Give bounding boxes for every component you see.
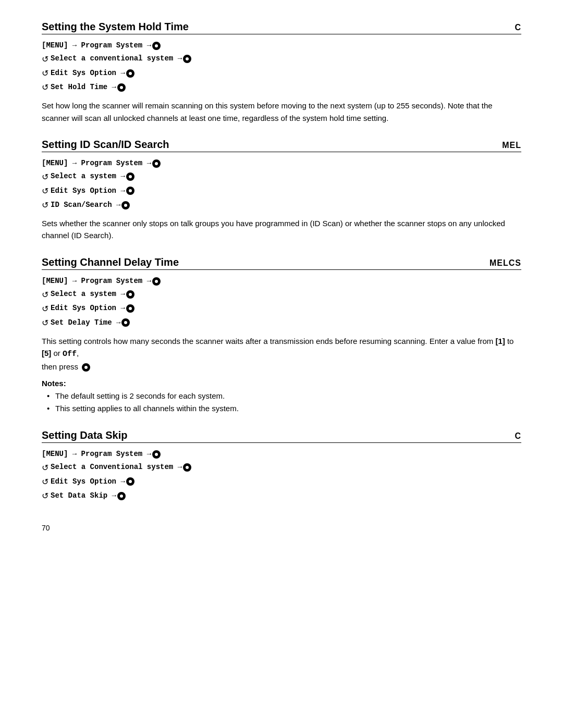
rotate-icon: ↺: [42, 170, 48, 184]
section-title-hold-time: Setting the System Hold Time: [42, 21, 189, 33]
knob-icon: [126, 187, 134, 195]
nav-block-id-scan: [MENU] → Program System → ↺ Select a sys…: [42, 157, 521, 212]
rotate-icon: ↺: [42, 52, 48, 66]
nav-text: [MENU] → Program System →: [42, 448, 151, 461]
off-value: Off: [63, 350, 77, 359]
note-item: This setting applies to all channels wit…: [47, 402, 521, 415]
section-id-scan: Setting ID Scan/ID Search MEL [MENU] → P…: [42, 139, 521, 242]
nav-text: Edit Sys Option →: [51, 476, 125, 488]
section-header-channel-delay: Setting Channel Delay Time MELCS: [42, 256, 521, 270]
section-data-skip: Setting Data Skip C [MENU] → Program Sys…: [42, 429, 521, 503]
knob-icon: [152, 450, 161, 459]
knob-icon: [183, 463, 191, 472]
nav-text: Set Hold Time →: [51, 81, 116, 94]
nav-text: Select a conventional system →: [51, 53, 182, 65]
section-title-channel-delay: Setting Channel Delay Time: [42, 256, 179, 268]
nav-text: Edit Sys Option →: [51, 185, 125, 198]
nav-text: Select a system →: [51, 170, 125, 183]
nav-block-channel-delay: [MENU] → Program System → ↺ Select a sys…: [42, 275, 521, 330]
nav-text: Set Delay Time →: [51, 317, 120, 329]
bold-5: [5]: [42, 349, 51, 357]
rotate-icon: ↺: [42, 489, 48, 503]
nav-text: Set Data Skip →: [51, 490, 116, 502]
section-tag-hold-time: C: [515, 23, 521, 32]
knob-icon: [117, 492, 126, 500]
knob-icon: [126, 477, 134, 486]
knob-icon: [126, 290, 134, 299]
body-text-channel-delay: This setting controls how many seconds t…: [42, 335, 521, 373]
section-tag-channel-delay: MELCS: [489, 258, 521, 268]
rotate-icon: ↺: [42, 461, 48, 475]
section-title-data-skip: Setting Data Skip: [42, 429, 127, 441]
rotate-icon: ↺: [42, 80, 48, 94]
nav-text: [MENU] → Program System →: [42, 40, 151, 52]
notes-section-channel-delay: Notes: The default setting is 2 seconds …: [42, 379, 521, 415]
section-header-data-skip: Setting Data Skip C: [42, 429, 521, 443]
nav-line-3: ↺ Edit Sys Option →: [42, 475, 521, 489]
section-header-id-scan: Setting ID Scan/ID Search MEL: [42, 139, 521, 152]
rotate-icon: ↺: [42, 475, 48, 489]
rotate-icon: ↺: [42, 302, 48, 316]
nav-block-hold-time: [MENU] → Program System → ↺ Select a con…: [42, 40, 521, 94]
section-channel-delay: Setting Channel Delay Time MELCS [MENU] …: [42, 256, 521, 415]
section-tag-id-scan: MEL: [502, 141, 521, 150]
section-hold-time: Setting the System Hold Time C [MENU] → …: [42, 21, 521, 124]
knob-icon: [121, 318, 130, 327]
rotate-icon: ↺: [42, 288, 48, 302]
rotate-icon: ↺: [42, 66, 48, 80]
knob-icon: [152, 42, 161, 50]
page-number: 70: [42, 524, 521, 532]
bold-1: [1]: [495, 337, 505, 346]
nav-line-1: [MENU] → Program System →: [42, 157, 521, 170]
nav-text: [MENU] → Program System →: [42, 275, 151, 288]
note-item: The default setting is 2 seconds for eac…: [47, 390, 521, 402]
nav-line-2: ↺ Select a system →: [42, 170, 521, 184]
nav-text: Select a Conventional system →: [51, 461, 182, 474]
nav-text: ID Scan/Search →: [51, 199, 120, 212]
nav-line-1: [MENU] → Program System →: [42, 448, 521, 461]
nav-line-1: [MENU] → Program System →: [42, 275, 521, 288]
rotate-icon: ↺: [42, 316, 48, 330]
nav-line-2: ↺ Select a conventional system →: [42, 52, 521, 66]
knob-icon: [183, 55, 191, 63]
nav-text: Edit Sys Option →: [51, 67, 125, 80]
nav-text: [MENU] → Program System →: [42, 157, 151, 170]
nav-line-4: ↺ ID Scan/Search →: [42, 198, 521, 212]
nav-text: Select a system →: [51, 288, 125, 301]
nav-line-3: ↺ Edit Sys Option →: [42, 302, 521, 316]
nav-line-3: ↺ Edit Sys Option →: [42, 184, 521, 198]
body-text-id-scan: Sets whether the scanner only stops on t…: [42, 217, 521, 242]
knob-icon: [152, 159, 161, 168]
nav-line-4: ↺ Set Hold Time →: [42, 80, 521, 94]
nav-line-1: [MENU] → Program System →: [42, 40, 521, 52]
section-header-hold-time: Setting the System Hold Time C: [42, 21, 521, 34]
nav-line-4: ↺ Set Delay Time →: [42, 316, 521, 330]
nav-line-2: ↺ Select a Conventional system →: [42, 461, 521, 475]
nav-text: Edit Sys Option →: [51, 302, 125, 315]
knob-icon: [126, 69, 134, 78]
notes-label: Notes:: [42, 379, 521, 388]
nav-line-2: ↺ Select a system →: [42, 288, 521, 302]
nav-block-data-skip: [MENU] → Program System → ↺ Select a Con…: [42, 448, 521, 503]
rotate-icon: ↺: [42, 198, 48, 212]
knob-icon: [152, 277, 161, 286]
knob-icon: [126, 304, 134, 313]
knob-inline: [82, 363, 90, 372]
section-title-id-scan: Setting ID Scan/ID Search: [42, 139, 169, 151]
knob-icon: [117, 83, 126, 92]
rotate-icon: ↺: [42, 184, 48, 198]
nav-line-4: ↺ Set Data Skip →: [42, 489, 521, 503]
body-text-hold-time: Set how long the scanner will remain sca…: [42, 100, 521, 124]
knob-icon: [121, 201, 130, 209]
section-tag-data-skip: C: [515, 431, 521, 441]
notes-list: The default setting is 2 seconds for eac…: [42, 390, 521, 415]
nav-line-3: ↺ Edit Sys Option →: [42, 66, 521, 80]
knob-icon: [126, 172, 134, 181]
